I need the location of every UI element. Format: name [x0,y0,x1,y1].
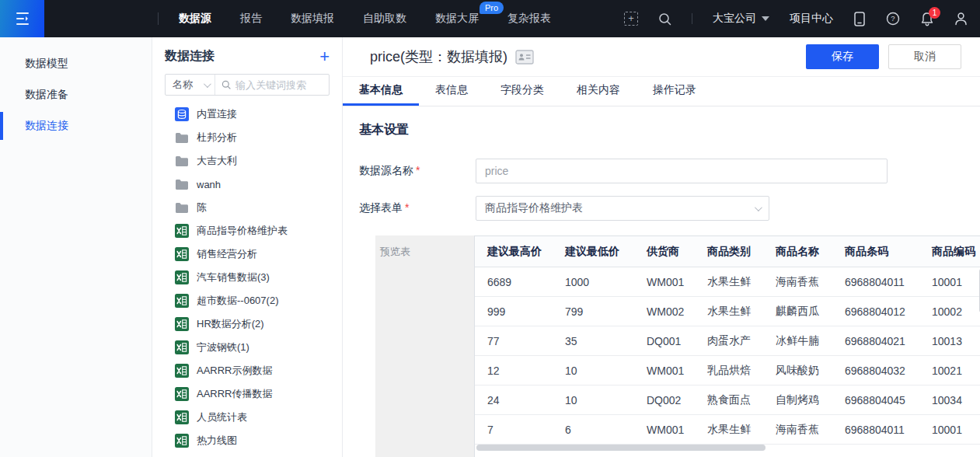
table-cell: 水果生鲜 [695,305,763,319]
tree-item[interactable]: HR数据分析(2) [165,312,330,336]
excel-file-icon [175,340,189,354]
sidebar-item[interactable]: 数据模型 [0,48,152,79]
excel-file-icon [175,224,189,238]
tab-label: 操作记录 [653,83,696,97]
tree-item-label: HR数据分析(2) [197,317,264,331]
nav-item[interactable]: 报告 [240,12,262,26]
nav-item[interactable]: 自助取数 [363,12,406,26]
chevron-down-icon [755,204,762,211]
tree-item-label: 陈 [197,201,207,215]
company-name: 大宝公司 [713,12,756,26]
search-icon [221,79,231,90]
tree-item[interactable]: 人员统计表 [165,406,330,429]
table-cell: 6968804021 [832,335,919,347]
keyword-search-input[interactable] [235,79,323,91]
mobile-device-icon[interactable] [853,12,866,26]
nav-item[interactable]: 复杂报表 [507,12,551,26]
filter-type-select[interactable]: 名称 [166,75,215,95]
excel-file-icon [175,387,189,401]
tab[interactable]: 表信息 [419,77,484,106]
tree-item[interactable]: 热力线图 [165,429,330,452]
menu-toggle-button[interactable] [0,0,44,37]
tree-item-label: 热力线图 [197,434,237,448]
table-cell: 水果生鲜 [695,275,763,289]
tree-item[interactable]: 大吉大利 [165,149,330,173]
datasource-name-input[interactable] [476,159,888,183]
nav-divider [158,12,159,25]
excel-file-icon [175,364,189,378]
preview-table-header: 建议最高价建议最低价供货商商品类别商品名称商品条码商品编码 [475,236,980,267]
search-icon[interactable] [658,12,671,26]
tree-item[interactable] [165,452,330,457]
page-title: price(类型：数据填报) [370,47,507,66]
save-button[interactable]: 保存 [806,44,879,69]
tree-item[interactable]: AARRR示例数据 [165,359,330,382]
tab[interactable]: 基本信息 [343,77,419,106]
table-cell: 6689 [475,276,553,288]
project-center-link[interactable]: 项目中心 [790,12,833,26]
table-cell: WM001 [634,365,695,377]
horizontal-scrollbar[interactable] [476,445,766,451]
nav-item[interactable]: 数据源 [179,12,211,26]
add-widget-icon[interactable]: + [624,12,638,26]
tree-item-label: 宁波钢铁(1) [197,340,249,354]
add-connection-button[interactable]: + [319,49,330,65]
tab-label: 基本信息 [359,83,403,97]
table-cell: 10002 [919,305,980,318]
table-cell: 6968804045 [832,394,919,406]
nav-item[interactable]: 数据大屏 Pro [435,12,479,26]
sidebar-item[interactable]: 数据连接 [0,110,152,141]
tree-item[interactable]: 陈 [165,196,330,219]
tree-item[interactable]: 宁波钢铁(1) [165,336,330,359]
help-icon[interactable]: ? [886,12,900,26]
tab-label: 相关内容 [577,83,620,97]
tree-item-label: 人员统计表 [197,410,247,424]
cancel-button[interactable]: 取消 [888,44,961,69]
tree-item[interactable]: 商品指导价格维护表 [165,219,330,242]
sidebar-item-label: 数据准备 [25,88,68,102]
pro-badge: Pro [480,2,504,14]
select-form-label: 选择表单* [359,201,476,215]
section-title: 基本设置 [359,122,970,138]
tree-item-label: 内置连接 [197,107,237,121]
table-cell: 乳品烘焙 [695,364,763,378]
table-cell: 10001 [919,276,980,288]
table-cell: 10001 [919,424,980,436]
tab-label: 字段分类 [500,83,544,97]
preview-table: 建议最高价建议最低价供货商商品类别商品名称商品条码商品编码 66891000WM… [474,235,980,457]
column-header: 建议最高价 [475,245,553,259]
tree-item[interactable]: 杜邦分析 [165,126,330,149]
tree-item[interactable]: 超市数据--0607(2) [165,289,330,312]
main-content: price(类型：数据填报) 保存 取消 基本信息 表信息 字段分类 相关内容 … [343,37,980,457]
tree-item[interactable]: AARRR传播数据 [165,382,330,406]
tab[interactable]: 相关内容 [560,77,636,106]
tree-item[interactable]: 内置连接 [165,103,330,126]
tree-item[interactable]: 销售经营分析 [165,242,330,266]
table-cell: 6968804032 [832,365,919,377]
connection-tree: 内置连接 杜邦分析 [165,103,330,457]
notifications-bell-icon[interactable]: 1 [920,12,934,26]
panel-title: 数据连接 [165,48,214,65]
sidebar-item[interactable]: 数据准备 [0,79,152,110]
user-avatar-icon[interactable] [954,12,968,26]
table-cell: 35 [553,335,634,347]
form-select[interactable]: 商品指导价格维护表 [476,196,769,221]
filter-type-label: 名称 [173,78,193,92]
table-cell: 6 [553,424,634,436]
tab[interactable]: 字段分类 [484,77,560,106]
preview-table-panel: 预览表 建议最高价建议最低价供货商商品类别商品名称商品条码商品编码 668910… [375,235,980,457]
table-cell: 799 [553,305,634,318]
table-row: 7735DQ001肉蛋水产冰鲜牛腩696880402110013 [475,326,980,356]
table-cell: DQ002 [634,394,695,406]
tab[interactable]: 操作记录 [636,77,713,106]
tree-item[interactable]: wanh [165,173,330,196]
tree-item[interactable]: 汽车销售数据(3) [165,266,330,289]
nav-item-label: 数据源 [179,12,211,24]
nav-item[interactable]: 数据填报 [291,12,334,26]
hamburger-menu-icon [14,12,31,26]
tree-item-label: 大吉大利 [197,154,237,168]
company-selector[interactable]: 大宝公司 [713,12,769,26]
nav-item-label: 报告 [240,12,262,24]
module-sidebar: 数据模型 数据准备 数据连接 [0,37,152,457]
id-card-icon[interactable] [515,50,534,65]
